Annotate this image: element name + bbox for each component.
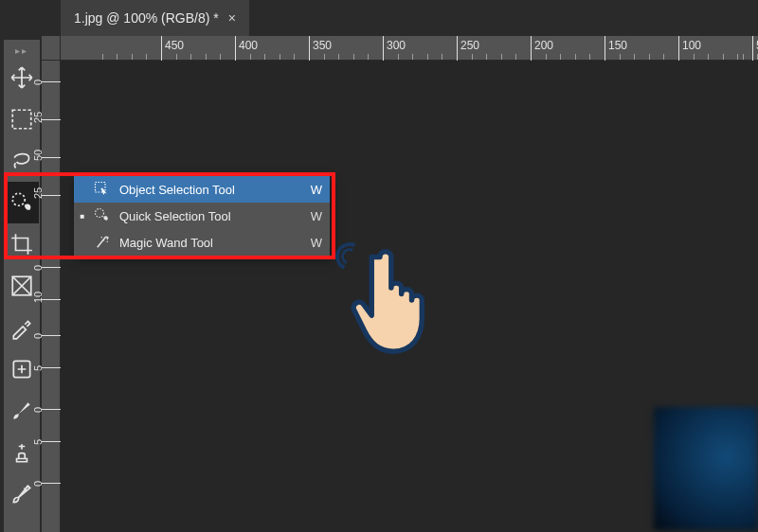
eraser-tool[interactable] <box>5 515 39 532</box>
ruler-tick-label: 5 <box>32 439 44 445</box>
eraser-icon <box>9 523 34 532</box>
history-brush-tool[interactable] <box>5 473 39 515</box>
ruler-tick <box>42 267 61 268</box>
lasso-icon <box>9 149 34 173</box>
ruler-tick <box>42 119 61 120</box>
ruler-tick <box>42 367 61 368</box>
ruler-tick-label: 150 <box>608 39 627 52</box>
eyedropper-tool[interactable] <box>5 307 39 348</box>
ruler-tick-label: 0 <box>32 481 44 487</box>
crop-icon <box>9 232 34 257</box>
frame-icon <box>9 274 34 298</box>
ruler-tick <box>605 36 605 61</box>
ruler-tick-label: 200 <box>534 39 553 52</box>
annotation-tap-hand-icon <box>341 239 445 362</box>
ruler-tick <box>42 335 61 336</box>
tool-flyout-menu: Object Selection ToolW■Quick Selection T… <box>74 176 330 256</box>
ruler-tick <box>42 409 61 410</box>
ruler-tick-label: 450 <box>165 39 184 52</box>
clone-stamp-icon <box>9 440 34 465</box>
svg-point-8 <box>107 241 109 243</box>
flyout-item-label: Object Selection Tool <box>114 183 303 197</box>
ruler-tick-label: 50 <box>32 150 44 161</box>
ruler-tick-label: 25 <box>32 187 44 199</box>
ruler-tick-label: 100 <box>682 39 701 52</box>
flyout-item-shortcut: W <box>303 236 330 250</box>
ruler-tick-label: 10 <box>32 292 44 303</box>
svg-point-7 <box>103 239 105 241</box>
close-icon[interactable]: × <box>228 11 236 25</box>
flyout-item-shortcut: W <box>303 209 330 223</box>
ruler-tick <box>457 36 458 61</box>
active-indicator: ■ <box>74 212 91 221</box>
document-tab-title: 1.jpg @ 100% (RGB/8) * <box>74 10 219 26</box>
ruler-tick-label: 5 <box>32 365 44 371</box>
ruler-tick <box>42 157 61 158</box>
healing-brush-icon <box>9 357 34 381</box>
flyout-item-quick-selection[interactable]: ■Quick Selection ToolW <box>74 203 330 229</box>
ruler-tick <box>42 299 61 300</box>
svg-rect-0 <box>12 110 31 129</box>
vertical-ruler[interactable]: 025502501005050 <box>42 61 61 532</box>
history-brush-icon <box>9 482 34 506</box>
ruler-tick <box>42 441 61 442</box>
ruler-tick <box>383 36 384 61</box>
ruler-tick-label: 0 <box>32 265 44 271</box>
svg-point-9 <box>101 237 103 239</box>
lasso-tool[interactable] <box>5 140 39 182</box>
quick-selection-icon <box>9 190 34 215</box>
ruler-tick-label: 0 <box>32 80 44 85</box>
ruler-tick <box>235 36 236 61</box>
ruler-tick-label: 0 <box>32 333 44 339</box>
ruler-tick <box>42 81 61 82</box>
magic-wand-icon <box>91 233 114 252</box>
ruler-tick-label: 0 <box>32 407 44 413</box>
clone-stamp-tool[interactable] <box>5 432 39 473</box>
ruler-tick <box>42 483 61 484</box>
ruler-tick-label: 25 <box>32 112 44 123</box>
ruler-tick <box>309 36 310 61</box>
ruler-tick-label: 250 <box>460 39 479 52</box>
ruler-tick <box>678 36 679 61</box>
svg-point-6 <box>96 209 104 218</box>
document-tab[interactable]: 1.jpg @ 100% (RGB/8) * × <box>61 0 249 36</box>
flyout-item-label: Quick Selection Tool <box>114 209 303 223</box>
brush-icon <box>9 399 34 423</box>
flyout-item-object-selection[interactable]: Object Selection ToolW <box>74 176 330 203</box>
ruler-tick <box>42 195 61 196</box>
horizontal-ruler[interactable]: 450400350300250200150100500 <box>61 36 758 61</box>
ruler-tick <box>752 36 753 61</box>
ruler-tick <box>161 36 162 61</box>
flyout-item-shortcut: W <box>303 183 330 197</box>
ruler-tick <box>531 36 532 61</box>
ruler-tick-label: 300 <box>387 39 406 52</box>
move-tool[interactable] <box>5 57 39 98</box>
object-selection-icon <box>91 180 114 199</box>
document-tab-bar: 1.jpg @ 100% (RGB/8) * × <box>61 0 249 36</box>
move-icon <box>9 65 34 90</box>
svg-point-4 <box>26 486 27 488</box>
crop-tool[interactable] <box>5 223 39 265</box>
ruler-tick-label: 400 <box>239 39 258 52</box>
svg-point-1 <box>12 193 25 205</box>
eyedropper-icon <box>9 315 34 340</box>
ruler-tick-label: 350 <box>313 39 332 52</box>
ruler-corner <box>42 36 61 61</box>
quick-selection-icon <box>91 206 114 225</box>
flyout-item-label: Magic Wand Tool <box>114 236 303 250</box>
flyout-item-magic-wand[interactable]: Magic Wand ToolW <box>74 229 330 256</box>
image-content <box>654 407 758 530</box>
toolbox-expand-handle[interactable]: ▸▸ <box>4 44 40 57</box>
marquee-icon <box>9 107 34 132</box>
